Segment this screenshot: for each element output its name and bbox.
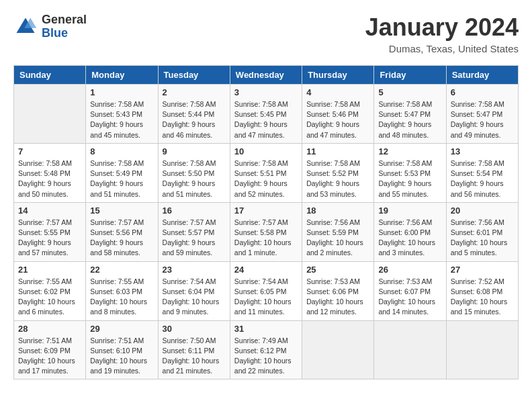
- day-info: Sunrise: 7:58 AMSunset: 5:52 PMDaylight:…: [306, 158, 369, 199]
- day-number: 6: [451, 87, 514, 97]
- day-info: Sunrise: 7:57 AMSunset: 5:55 PMDaylight:…: [18, 218, 81, 259]
- day-number: 16: [163, 205, 226, 216]
- calendar-cell: 6Sunrise: 7:58 AMSunset: 5:47 PMDaylight…: [446, 85, 518, 144]
- calendar-week-row: 14Sunrise: 7:57 AMSunset: 5:55 PMDayligh…: [14, 202, 519, 261]
- calendar-cell: 27Sunrise: 7:52 AMSunset: 6:08 PMDayligh…: [446, 261, 518, 320]
- calendar-week-row: 28Sunrise: 7:51 AMSunset: 6:09 PMDayligh…: [14, 320, 519, 379]
- day-number: 19: [378, 205, 441, 216]
- calendar-week-row: 21Sunrise: 7:55 AMSunset: 6:02 PMDayligh…: [14, 261, 519, 320]
- day-number: 7: [18, 146, 81, 156]
- day-number: 31: [234, 324, 298, 334]
- day-info: Sunrise: 7:55 AMSunset: 6:02 PMDaylight:…: [18, 277, 81, 318]
- weekday-header: Thursday: [302, 66, 374, 85]
- calendar-cell: 9Sunrise: 7:58 AMSunset: 5:50 PMDaylight…: [158, 143, 230, 202]
- weekday-header: Saturday: [446, 66, 518, 85]
- calendar-cell: 30Sunrise: 7:50 AMSunset: 6:11 PMDayligh…: [158, 320, 230, 379]
- calendar-cell: 8Sunrise: 7:58 AMSunset: 5:49 PMDaylight…: [86, 143, 158, 202]
- day-number: 15: [90, 205, 153, 216]
- calendar-cell: 11Sunrise: 7:58 AMSunset: 5:52 PMDayligh…: [302, 143, 374, 202]
- calendar-cell: 14Sunrise: 7:57 AMSunset: 5:55 PMDayligh…: [14, 202, 86, 261]
- calendar-cell: 15Sunrise: 7:57 AMSunset: 5:56 PMDayligh…: [86, 202, 158, 261]
- calendar-cell: [302, 320, 374, 379]
- calendar-cell: 4Sunrise: 7:58 AMSunset: 5:46 PMDaylight…: [302, 85, 374, 144]
- day-number: 14: [18, 205, 81, 216]
- calendar-cell: 24Sunrise: 7:54 AMSunset: 6:05 PMDayligh…: [230, 261, 302, 320]
- day-info: Sunrise: 7:58 AMSunset: 5:51 PMDaylight:…: [234, 158, 298, 199]
- title-block: January 2024 Dumas, Texas, United States: [365, 13, 519, 54]
- calendar-cell: 18Sunrise: 7:56 AMSunset: 5:59 PMDayligh…: [302, 202, 374, 261]
- day-number: 22: [90, 265, 153, 275]
- day-number: 2: [163, 87, 226, 97]
- calendar-cell: [446, 320, 518, 379]
- day-number: 21: [18, 265, 81, 275]
- logo-general-text: General: [42, 13, 87, 27]
- calendar-cell: 20Sunrise: 7:56 AMSunset: 6:01 PMDayligh…: [446, 202, 518, 261]
- weekday-header: Wednesday: [230, 66, 302, 85]
- day-info: Sunrise: 7:58 AMSunset: 5:43 PMDaylight:…: [90, 99, 153, 140]
- calendar-cell: 17Sunrise: 7:57 AMSunset: 5:58 PMDayligh…: [230, 202, 302, 261]
- day-number: 24: [234, 265, 298, 275]
- calendar-week-row: 7Sunrise: 7:58 AMSunset: 5:48 PMDaylight…: [14, 143, 519, 202]
- calendar-cell: 10Sunrise: 7:58 AMSunset: 5:51 PMDayligh…: [230, 143, 302, 202]
- calendar-cell: 29Sunrise: 7:51 AMSunset: 6:10 PMDayligh…: [86, 320, 158, 379]
- weekday-header: Friday: [374, 66, 446, 85]
- day-info: Sunrise: 7:58 AMSunset: 5:45 PMDaylight:…: [234, 99, 298, 140]
- day-info: Sunrise: 7:54 AMSunset: 6:04 PMDaylight:…: [163, 277, 226, 318]
- day-number: 3: [234, 87, 298, 97]
- calendar-cell: 5Sunrise: 7:58 AMSunset: 5:47 PMDaylight…: [374, 85, 446, 144]
- day-info: Sunrise: 7:49 AMSunset: 6:12 PMDaylight:…: [234, 336, 298, 377]
- day-number: 11: [306, 146, 369, 156]
- day-info: Sunrise: 7:55 AMSunset: 6:03 PMDaylight:…: [90, 277, 153, 318]
- day-info: Sunrise: 7:58 AMSunset: 5:44 PMDaylight:…: [163, 99, 226, 140]
- day-info: Sunrise: 7:56 AMSunset: 6:01 PMDaylight:…: [451, 218, 514, 259]
- day-number: 12: [378, 146, 441, 156]
- day-number: 27: [451, 265, 514, 275]
- header-row: SundayMondayTuesdayWednesdayThursdayFrid…: [14, 66, 519, 85]
- day-info: Sunrise: 7:56 AMSunset: 5:59 PMDaylight:…: [306, 218, 369, 259]
- day-info: Sunrise: 7:52 AMSunset: 6:08 PMDaylight:…: [451, 277, 514, 318]
- day-info: Sunrise: 7:58 AMSunset: 5:54 PMDaylight:…: [451, 158, 514, 199]
- calendar-cell: [14, 85, 86, 144]
- calendar-week-row: 1Sunrise: 7:58 AMSunset: 5:43 PMDaylight…: [14, 85, 519, 144]
- day-info: Sunrise: 7:54 AMSunset: 6:05 PMDaylight:…: [234, 277, 298, 318]
- calendar-cell: 28Sunrise: 7:51 AMSunset: 6:09 PMDayligh…: [14, 320, 86, 379]
- day-number: 9: [163, 146, 226, 156]
- day-number: 20: [451, 205, 514, 216]
- weekday-header: Monday: [86, 66, 158, 85]
- calendar-header: SundayMondayTuesdayWednesdayThursdayFrid…: [14, 66, 519, 85]
- day-number: 25: [306, 265, 369, 275]
- weekday-header: Sunday: [14, 66, 86, 85]
- day-number: 28: [18, 324, 81, 334]
- day-number: 29: [90, 324, 153, 334]
- day-info: Sunrise: 7:51 AMSunset: 6:10 PMDaylight:…: [90, 336, 153, 377]
- day-info: Sunrise: 7:58 AMSunset: 5:49 PMDaylight:…: [90, 158, 153, 199]
- day-number: 10: [234, 146, 298, 156]
- day-info: Sunrise: 7:58 AMSunset: 5:50 PMDaylight:…: [163, 158, 226, 199]
- calendar-cell: 21Sunrise: 7:55 AMSunset: 6:02 PMDayligh…: [14, 261, 86, 320]
- day-info: Sunrise: 7:57 AMSunset: 5:56 PMDaylight:…: [90, 218, 153, 259]
- day-number: 4: [306, 87, 369, 97]
- calendar-subtitle: Dumas, Texas, United States: [365, 43, 519, 54]
- calendar-cell: 7Sunrise: 7:58 AMSunset: 5:48 PMDaylight…: [14, 143, 86, 202]
- logo-blue-text: Blue: [42, 27, 87, 40]
- calendar-cell: 16Sunrise: 7:57 AMSunset: 5:57 PMDayligh…: [158, 202, 230, 261]
- day-info: Sunrise: 7:57 AMSunset: 5:57 PMDaylight:…: [163, 218, 226, 259]
- day-number: 13: [451, 146, 514, 156]
- day-number: 5: [378, 87, 441, 97]
- day-number: 26: [378, 265, 441, 275]
- calendar-cell: 12Sunrise: 7:58 AMSunset: 5:53 PMDayligh…: [374, 143, 446, 202]
- day-number: 23: [163, 265, 226, 275]
- day-number: 1: [90, 87, 153, 97]
- weekday-header: Tuesday: [158, 66, 230, 85]
- calendar-cell: 23Sunrise: 7:54 AMSunset: 6:04 PMDayligh…: [158, 261, 230, 320]
- day-number: 8: [90, 146, 153, 156]
- day-info: Sunrise: 7:58 AMSunset: 5:46 PMDaylight:…: [306, 99, 369, 140]
- calendar-cell: 25Sunrise: 7:53 AMSunset: 6:06 PMDayligh…: [302, 261, 374, 320]
- day-info: Sunrise: 7:51 AMSunset: 6:09 PMDaylight:…: [18, 336, 81, 377]
- calendar-cell: 2Sunrise: 7:58 AMSunset: 5:44 PMDaylight…: [158, 85, 230, 144]
- day-info: Sunrise: 7:58 AMSunset: 5:53 PMDaylight:…: [378, 158, 441, 199]
- day-info: Sunrise: 7:50 AMSunset: 6:11 PMDaylight:…: [163, 336, 226, 377]
- logo-icon: [13, 15, 38, 39]
- calendar-cell: 13Sunrise: 7:58 AMSunset: 5:54 PMDayligh…: [446, 143, 518, 202]
- day-number: 18: [306, 205, 369, 216]
